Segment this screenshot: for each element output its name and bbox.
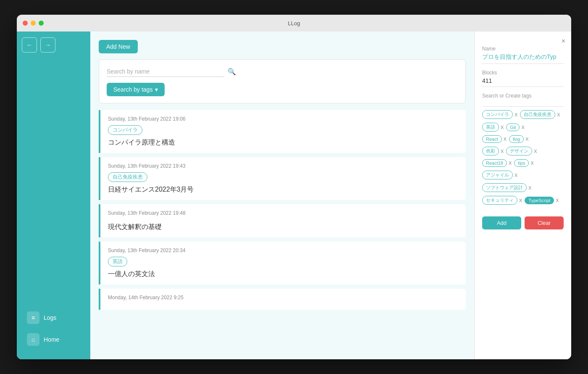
minimize-traffic-light[interactable] bbox=[31, 21, 36, 26]
panel-divider bbox=[482, 106, 564, 107]
remove-tag-button[interactable]: X bbox=[500, 149, 504, 154]
remove-tag-button[interactable]: X bbox=[520, 125, 525, 130]
panel-tag[interactable]: 英語 bbox=[482, 123, 499, 132]
remove-tag-button[interactable]: X bbox=[528, 185, 532, 190]
remove-tag-button[interactable]: X bbox=[500, 125, 504, 130]
panel-tag-item: ReactX bbox=[482, 135, 507, 143]
panel-tag-item: React18X bbox=[482, 159, 512, 167]
panel-tag-item: コンパイラX bbox=[482, 110, 518, 119]
search-tags-button[interactable]: Search by tags ▾ bbox=[107, 83, 165, 96]
log-entry[interactable]: Sunday, 13th February 2022 19:06 コンパイラ コ… bbox=[99, 110, 466, 153]
panel-close-button[interactable]: × bbox=[562, 37, 565, 45]
log-tags: 自己免疫疾患 bbox=[108, 172, 458, 182]
remove-tag-button[interactable]: X bbox=[530, 161, 534, 166]
tags-grid: コンパイラX自己免疫疾患X英語XGitXReactXllogX色彩XデザインXR… bbox=[482, 110, 564, 206]
app-body: ← → ≡ Logs ⌂ Home bbox=[17, 32, 571, 359]
panel-tag[interactable]: 色彩 bbox=[482, 147, 499, 155]
main-inner: Add New 🔍 Search by tags ▾ bbox=[90, 32, 474, 359]
log-entry[interactable]: Sunday, 13th February 2022 19:48 現代文解釈の基… bbox=[99, 204, 466, 237]
tag-row: 色彩XデザインX bbox=[482, 147, 564, 155]
panel-tag[interactable]: デザイン bbox=[506, 147, 532, 155]
sidebar-item-home[interactable]: ⌂ Home bbox=[20, 329, 87, 350]
log-tag: 自己免疫疾患 bbox=[108, 172, 147, 182]
remove-tag-button[interactable]: X bbox=[514, 112, 518, 117]
logs-icon: ≡ bbox=[27, 311, 39, 324]
remove-tag-button[interactable]: X bbox=[508, 161, 512, 166]
window-title: LLog bbox=[288, 20, 300, 26]
main-content: Add New 🔍 Search by tags ▾ bbox=[90, 32, 475, 359]
log-tag: コンパイラ bbox=[108, 125, 142, 135]
log-tags: コンパイラ bbox=[108, 125, 458, 135]
blocks-label: Blocks bbox=[482, 70, 564, 76]
panel-tag-item: GitX bbox=[506, 124, 525, 131]
search-box: 🔍 Search by tags ▾ bbox=[99, 59, 466, 103]
log-date: Sunday, 13th February 2022 19:43 bbox=[108, 163, 458, 169]
panel-tag[interactable]: アジャイル bbox=[482, 171, 513, 179]
tags-search-label: Search or Create tags bbox=[482, 93, 564, 99]
tag-row: ソフトウェア設計X bbox=[482, 183, 564, 192]
remove-tag-button[interactable]: X bbox=[518, 198, 523, 203]
log-date: Sunday, 13th February 2022 19:48 bbox=[108, 210, 458, 216]
log-date: Monday, 14th February 2022 9:25 bbox=[108, 295, 458, 300]
add-new-button[interactable]: Add New bbox=[99, 40, 138, 53]
tag-row: セキュリティXTypeScriptX bbox=[482, 196, 564, 205]
maximize-traffic-light[interactable] bbox=[39, 21, 44, 26]
log-title: 一億人の英文法 bbox=[108, 270, 458, 279]
traffic-lights bbox=[23, 21, 44, 26]
back-button[interactable]: ← bbox=[22, 37, 37, 53]
panel-tag-item: デザインX bbox=[506, 147, 538, 155]
panel-tag[interactable]: React18 bbox=[482, 159, 507, 167]
panel-tag[interactable]: 自己免疫疾患 bbox=[520, 110, 555, 119]
panel-actions: Add Clear bbox=[482, 216, 564, 229]
nav-buttons: ← → bbox=[17, 32, 90, 58]
panel-tag-item: 英語X bbox=[482, 123, 504, 132]
panel-tag[interactable]: llog bbox=[509, 135, 524, 143]
log-entry[interactable]: Monday, 14th February 2022 9:25 bbox=[99, 289, 466, 310]
remove-tag-button[interactable]: X bbox=[556, 112, 561, 117]
panel-tag-item: llogX bbox=[509, 135, 529, 143]
panel-tag[interactable]: TypeScript bbox=[525, 197, 554, 204]
right-panel: × Name プロを目指す人のためのTyp Blocks 411 Search … bbox=[475, 32, 571, 359]
sidebar-item-logs[interactable]: ≡ Logs bbox=[20, 307, 87, 328]
log-title: コンパイラ原理と構造 bbox=[108, 138, 458, 147]
panel-tag[interactable]: ソフトウェア設計 bbox=[482, 183, 527, 192]
log-entry[interactable]: Sunday, 13th February 2022 20:34 英語 一億人の… bbox=[99, 242, 466, 284]
log-tags: 英語 bbox=[108, 257, 458, 266]
panel-tag-item: 自己免疫疾患X bbox=[520, 110, 561, 119]
search-submit-button[interactable]: 🔍 bbox=[228, 68, 236, 76]
remove-tag-button[interactable]: X bbox=[514, 173, 518, 178]
log-title: 日経サイエンス2022年3月号 bbox=[108, 185, 458, 194]
panel-tag[interactable]: コンパイラ bbox=[482, 110, 513, 119]
name-value: プロを目指す人のためのTyp bbox=[482, 53, 564, 64]
sidebar-logs-label: Logs bbox=[44, 314, 56, 321]
close-traffic-light[interactable] bbox=[23, 21, 28, 26]
panel-tag[interactable]: セキュリティ bbox=[482, 196, 517, 205]
log-entry[interactable]: Sunday, 13th February 2022 19:43 自己免疫疾患 … bbox=[99, 157, 466, 200]
tag-row: コンパイラX自己免疫疾患X bbox=[482, 110, 564, 119]
remove-tag-button[interactable]: X bbox=[533, 149, 538, 154]
clear-tags-button[interactable]: Clear bbox=[525, 216, 564, 229]
remove-tag-button[interactable]: X bbox=[503, 137, 507, 142]
log-tag: 英語 bbox=[108, 257, 127, 266]
panel-tag[interactable]: tips bbox=[514, 159, 529, 167]
panel-tag-item: TypeScriptX bbox=[525, 197, 559, 204]
remove-tag-button[interactable]: X bbox=[525, 137, 529, 142]
tag-row: 英語XGitX bbox=[482, 123, 564, 132]
forward-button[interactable]: → bbox=[40, 37, 55, 53]
sidebar-home-label: Home bbox=[44, 336, 59, 343]
remove-tag-button[interactable]: X bbox=[555, 198, 559, 203]
titlebar: LLog bbox=[17, 15, 571, 32]
panel-tag-item: ソフトウェア設計X bbox=[482, 183, 532, 192]
search-name-input[interactable] bbox=[107, 66, 224, 77]
add-tag-button[interactable]: Add bbox=[482, 216, 521, 229]
sidebar-spacer bbox=[17, 58, 90, 306]
main-window: LLog ← → ≡ Logs ⌂ Home bbox=[17, 15, 571, 359]
sidebar-menu: ≡ Logs ⌂ Home bbox=[17, 306, 90, 359]
log-entries: Sunday, 13th February 2022 19:06 コンパイラ コ… bbox=[99, 110, 466, 314]
log-date: Sunday, 13th February 2022 20:34 bbox=[108, 248, 458, 253]
panel-tag[interactable]: Git bbox=[506, 124, 520, 131]
panel-tag[interactable]: React bbox=[482, 135, 502, 143]
panel-tag-item: tipsX bbox=[514, 159, 534, 167]
panel-tag-item: 色彩X bbox=[482, 147, 504, 155]
home-icon: ⌂ bbox=[27, 333, 39, 346]
